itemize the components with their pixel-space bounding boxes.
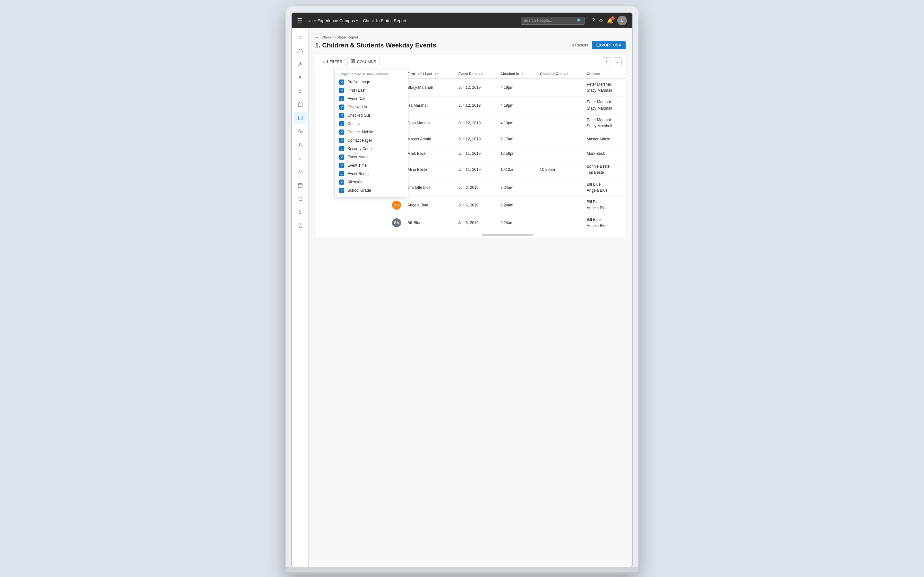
col-checked-out[interactable]: Checked Out ▲▼	[537, 69, 583, 79]
col-event-date[interactable]: Event Date ▲▼	[455, 69, 497, 79]
cell-checkedout-5: 10:29am	[537, 161, 583, 179]
horizontal-scrollbar[interactable]	[481, 234, 533, 236]
column-item-13[interactable]: ✓ School Grade	[334, 186, 408, 195]
cell-name-8: Bill Blue	[404, 214, 455, 232]
column-label-4: Checked Out	[347, 113, 370, 118]
column-item-4[interactable]: ✓ Checked Out	[334, 111, 408, 119]
svg-point-1	[300, 49, 302, 50]
column-item-11[interactable]: ✓ Event Room	[334, 169, 408, 178]
back-button[interactable]: ←	[315, 35, 320, 40]
cell-contact-7: Bill BlueAngela Blue	[583, 196, 626, 214]
settings-icon[interactable]: ⚙	[599, 18, 603, 24]
sidebar-item-person[interactable]	[294, 58, 307, 71]
search-input[interactable]	[523, 18, 575, 23]
cell-checkedin-1: 4:19pm	[497, 97, 537, 114]
cell-name-1: Isa Marshall	[404, 97, 455, 114]
user-avatar[interactable]: U	[617, 16, 627, 25]
sidebar-item-calendar2[interactable]	[294, 179, 307, 192]
cell-date-4: Jun 11, 2019	[455, 147, 497, 161]
sort-date-icon: ▲▼	[479, 73, 484, 75]
results-count: 9 Results	[572, 43, 588, 47]
column-label-2: Event Date	[347, 97, 367, 101]
svg-point-0	[299, 49, 300, 50]
sidebar-item-home[interactable]: ⌂	[294, 31, 307, 44]
column-label-3: Checked In	[347, 105, 367, 109]
filter-button[interactable]: ≡ 1 FILTER	[319, 58, 346, 66]
sort-name-icon: ▲▼	[417, 73, 422, 75]
column-item-6[interactable]: ✓ Contact Mobile	[334, 128, 408, 136]
columns-button[interactable]: COLUMNS	[347, 57, 380, 66]
prev-page-button[interactable]: ‹	[602, 57, 611, 66]
notifications-icon[interactable]: 🔔 1	[607, 18, 614, 24]
cell-checkedin-2: 4:19pm	[497, 114, 537, 132]
sidebar-item-check[interactable]: ✓	[294, 152, 307, 165]
column-item-5[interactable]: ✓ Contact	[334, 119, 408, 128]
svg-rect-14	[298, 184, 302, 187]
col-name[interactable]: First ▲▼ / Last ▲▼	[404, 69, 455, 79]
cell-checkedin-4: 12:59pm	[497, 147, 537, 161]
cell-date-1: Jun 12, 2019	[455, 97, 497, 114]
column-item-12[interactable]: ✓ Allergies	[334, 178, 408, 186]
sidebar-item-chart[interactable]	[294, 125, 307, 138]
export-csv-button[interactable]: EXPORT CSV	[592, 41, 626, 49]
table-body: Stacy MarshallJun 12, 20194:19pmPeter Ma…	[389, 79, 626, 232]
sidebar-item-finance[interactable]: $	[294, 85, 307, 97]
cell-checkedout-2	[537, 114, 583, 132]
page-title: Check-In Status Report	[363, 18, 406, 23]
svg-point-13	[300, 170, 302, 171]
column-item-9[interactable]: ✓ Event Name	[334, 153, 408, 161]
scroll-bar-area	[389, 232, 626, 238]
search-icon: 🔍	[577, 18, 582, 23]
sort-checkout-icon: ▲▼	[564, 73, 569, 75]
cell-checkedin-6: 9:24am	[497, 179, 537, 196]
sidebar-item-checkin[interactable]	[294, 111, 307, 124]
sidebar-item-user[interactable]	[294, 139, 307, 151]
column-label-8: Security Code	[347, 147, 372, 151]
column-label-13: School Grade	[347, 188, 371, 193]
sidebar-item-team[interactable]	[294, 165, 307, 178]
column-checkbox-13: ✓	[339, 188, 344, 193]
column-item-0[interactable]: ✓ Profile Image	[334, 78, 408, 86]
svg-rect-23	[354, 60, 355, 63]
cell-date-6: Jun 6, 2019	[455, 179, 497, 196]
columns-list: ✓ Profile Image ✓ First / Last ✓ Event D…	[334, 78, 408, 195]
sidebar-item-document[interactable]	[294, 192, 307, 205]
cell-checkedout-7	[537, 196, 583, 214]
cell-contact-1: Peter MarshallStacy Marshall	[583, 97, 626, 114]
cell-contact-3: Master Admin	[583, 132, 626, 147]
toolbar-left: ≡ 1 FILTER COLUMNS	[319, 57, 380, 66]
menu-button[interactable]: ☰	[297, 17, 302, 24]
table-container: First ▲▼ / Last ▲▼ Event Date ▲▼ Checked…	[389, 69, 626, 238]
column-item-7[interactable]: ✓ Contact Pager	[334, 136, 408, 145]
col-checked-in[interactable]: Checked In ▼	[497, 69, 537, 79]
sidebar-item-money[interactable]: $	[294, 206, 307, 219]
table-row: IMIsa MarshallJun 12, 20194:19pmPeter Ma…	[389, 97, 626, 114]
toolbar: ≡ 1 FILTER COLUMNS ‹	[315, 55, 626, 69]
column-label-0: Profile Image	[347, 80, 370, 84]
column-checkbox-5: ✓	[339, 121, 344, 126]
column-item-8[interactable]: ✓ Security Code	[334, 145, 408, 153]
avatar-8: BB	[392, 218, 401, 227]
column-item-3[interactable]: ✓ Checked In	[334, 103, 408, 111]
column-item-2[interactable]: ✓ Event Date	[334, 95, 408, 103]
help-icon[interactable]: ?	[592, 18, 595, 23]
svg-rect-3	[298, 103, 302, 107]
breadcrumb-parent: Check-In Status Report	[321, 35, 358, 39]
sidebar-item-heart[interactable]: ♥	[294, 71, 307, 84]
columns-dropdown-hint: Toggle to hide or show columns	[334, 69, 408, 78]
cell-avatar-8: BB	[389, 214, 404, 232]
cell-checkedout-3	[537, 132, 583, 147]
sidebar-item-groups[interactable]	[294, 44, 307, 57]
filter-icon: ≡	[322, 60, 325, 64]
sidebar-item-calculator[interactable]	[294, 219, 307, 232]
next-page-button[interactable]: ›	[613, 57, 622, 66]
search-box[interactable]: 🔍	[521, 17, 585, 25]
column-checkbox-1: ✓	[339, 88, 344, 93]
cell-date-2: Jun 12, 2019	[455, 114, 497, 132]
sidebar-item-calendar[interactable]	[294, 98, 307, 111]
column-checkbox-6: ✓	[339, 129, 344, 135]
column-item-1[interactable]: ✓ First / Last	[334, 86, 408, 95]
column-label-12: Allergies	[347, 180, 362, 184]
sort-checkin-icon: ▼	[521, 73, 524, 75]
column-item-10[interactable]: ✓ Event Time	[334, 161, 408, 169]
